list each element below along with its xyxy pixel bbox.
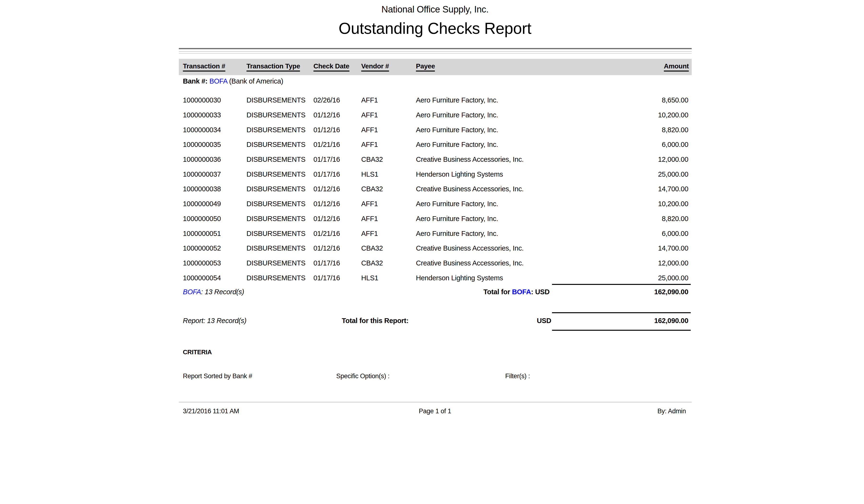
table-row: 1000000049 DISBURSEMENTS 01/12/16 AFF1 A… <box>183 196 688 212</box>
payee-cell: Creative Business Accessories, Inc. <box>416 259 576 267</box>
vendor-number-cell: AFF1 <box>361 126 416 134</box>
amount-cell: 8,820.00 <box>576 215 688 223</box>
report-total-bottom-rule <box>552 330 691 331</box>
payee-cell: Creative Business Accessories, Inc. <box>416 244 576 252</box>
vendor-number-cell: AFF1 <box>361 141 416 148</box>
table-row: 1000000030 DISBURSEMENTS 02/26/16 AFF1 A… <box>183 93 688 108</box>
amount-cell: 12,000.00 <box>576 259 688 267</box>
bank-number-label: Bank #: <box>183 77 208 85</box>
report-title: Outstanding Checks Report <box>179 19 691 37</box>
bank-total-top-rule <box>552 284 691 285</box>
payee-cell: Aero Furniture Factory, Inc. <box>416 200 576 208</box>
transaction-type-cell: DISBURSEMENTS <box>247 230 313 238</box>
transaction-type-cell: DISBURSEMENTS <box>247 259 313 267</box>
transaction-type-cell: DISBURSEMENTS <box>247 156 313 164</box>
amount-cell: 6,000.00 <box>576 141 688 148</box>
check-date-cell: 02/26/16 <box>313 96 361 104</box>
footer-row: 3/21/2016 11:01 AM Page 1 of 1 By: Admin <box>179 408 691 417</box>
payee-cell: Henderson Lighting Systems <box>416 170 576 178</box>
payee-cell: Creative Business Accessories, Inc. <box>416 156 576 164</box>
table-row: 1000000051 DISBURSEMENTS 01/21/16 AFF1 A… <box>183 226 688 241</box>
column-header-check-date: Check Date <box>313 62 361 72</box>
column-header-transaction-type: Transaction Type <box>247 62 313 72</box>
payee-cell: Henderson Lighting Systems <box>416 274 576 282</box>
transaction-number-cell: 1000000030 <box>183 96 247 104</box>
bank-group-header: Bank #: BOFA (Bank of America) <box>183 77 283 85</box>
payee-cell: Creative Business Accessories, Inc. <box>416 185 576 193</box>
column-header-transaction-number: Transaction # <box>183 62 247 72</box>
amount-cell: 14,700.00 <box>576 185 688 193</box>
check-date-cell: 01/12/16 <box>313 185 361 193</box>
transaction-type-cell: DISBURSEMENTS <box>247 215 313 223</box>
column-header-amount: Amount <box>576 62 689 72</box>
title-divider-dark <box>179 48 692 49</box>
table-row: 1000000033 DISBURSEMENTS 01/12/16 AFF1 A… <box>183 108 688 123</box>
transaction-number-cell: 1000000035 <box>183 141 247 148</box>
criteria-filters: Filter(s) : <box>505 372 530 380</box>
company-name: National Office Supply, Inc. <box>179 4 691 15</box>
transaction-number-cell: 1000000038 <box>183 185 247 193</box>
transaction-type-cell: DISBURSEMENTS <box>247 141 313 148</box>
payee-cell: Aero Furniture Factory, Inc. <box>416 215 576 223</box>
vendor-number-cell: HLS1 <box>361 274 416 282</box>
payee-cell: Aero Furniture Factory, Inc. <box>416 141 576 148</box>
amount-cell: 25,000.00 <box>576 274 688 282</box>
transaction-type-cell: DISBURSEMENTS <box>247 96 313 104</box>
amount-cell: 14,700.00 <box>576 244 688 252</box>
vendor-number-cell: HLS1 <box>361 170 416 178</box>
criteria-specific-options: Specific Option(s) : <box>336 372 389 380</box>
transaction-number-cell: 1000000034 <box>183 126 247 134</box>
transaction-type-cell: DISBURSEMENTS <box>247 170 313 178</box>
transaction-type-cell: DISBURSEMENTS <box>247 200 313 208</box>
column-header-vendor-number: Vendor # <box>361 62 416 72</box>
table-row: 1000000038 DISBURSEMENTS 01/12/16 CBA32 … <box>183 182 688 196</box>
transaction-number-cell: 1000000037 <box>183 170 247 178</box>
bank-code-link[interactable]: BOFA <box>183 288 201 296</box>
table-row: 1000000052 DISBURSEMENTS 01/12/16 CBA32 … <box>183 241 688 256</box>
table-row: 1000000034 DISBURSEMENTS 01/12/16 AFF1 A… <box>183 122 688 137</box>
vendor-number-cell: AFF1 <box>361 215 416 223</box>
footer-page-number: Page 1 of 1 <box>179 408 691 415</box>
report-total-amount: 162,090.00 <box>654 317 688 325</box>
bank-total-row: BOFA: 13 Record(s) Total for BOFA: USD 1… <box>179 286 691 299</box>
transaction-type-cell: DISBURSEMENTS <box>247 111 313 119</box>
payee-cell: Aero Furniture Factory, Inc. <box>416 111 576 119</box>
check-date-cell: 01/17/16 <box>313 274 361 282</box>
payee-cell: Aero Furniture Factory, Inc. <box>416 96 576 104</box>
check-date-cell: 01/12/16 <box>313 111 361 119</box>
bank-code-link[interactable]: BOFA <box>209 77 227 85</box>
footer-divider <box>179 402 692 403</box>
table-row: 1000000036 DISBURSEMENTS 01/17/16 CBA32 … <box>183 152 688 167</box>
amount-cell: 25,000.00 <box>576 170 688 178</box>
transaction-number-cell: 1000000053 <box>183 259 247 267</box>
bank-total-amount: 162,090.00 <box>654 288 688 296</box>
table-body: 1000000030 DISBURSEMENTS 02/26/16 AFF1 A… <box>183 93 688 285</box>
amount-cell: 8,820.00 <box>576 126 688 134</box>
report-total-top-rule <box>552 312 691 313</box>
table-row: 1000000037 DISBURSEMENTS 01/17/16 HLS1 H… <box>183 167 688 182</box>
check-date-cell: 01/12/16 <box>313 200 361 208</box>
report-total-row: Report: 13 Record(s) Total for this Repo… <box>179 315 691 328</box>
transaction-number-cell: 1000000036 <box>183 156 247 164</box>
vendor-number-cell: CBA32 <box>361 156 416 164</box>
title-divider-light-2 <box>179 53 692 54</box>
column-header-payee: Payee <box>416 62 576 72</box>
transaction-number-cell: 1000000049 <box>183 200 247 208</box>
transaction-type-cell: DISBURSEMENTS <box>247 126 313 134</box>
amount-cell: 10,200.00 <box>576 200 688 208</box>
check-date-cell: 01/12/16 <box>313 215 361 223</box>
transaction-type-cell: DISBURSEMENTS <box>247 274 313 282</box>
vendor-number-cell: CBA32 <box>361 185 416 193</box>
table-row: 1000000053 DISBURSEMENTS 01/17/16 CBA32 … <box>183 256 688 271</box>
amount-cell: 10,200.00 <box>576 111 688 119</box>
check-date-cell: 01/21/16 <box>313 141 361 148</box>
transaction-type-cell: DISBURSEMENTS <box>247 244 313 252</box>
bank-code-link[interactable]: BOFA <box>512 288 531 296</box>
vendor-number-cell: CBA32 <box>361 259 416 267</box>
criteria-sorted-by: Report Sorted by Bank # <box>183 372 252 380</box>
vendor-number-cell: AFF1 <box>361 111 416 119</box>
check-date-cell: 01/17/16 <box>313 170 361 178</box>
amount-cell: 12,000.00 <box>576 156 688 164</box>
bank-total-label: Total for BOFA: USD <box>483 288 550 296</box>
table-header-row: Transaction # Transaction Type Check Dat… <box>179 59 692 75</box>
